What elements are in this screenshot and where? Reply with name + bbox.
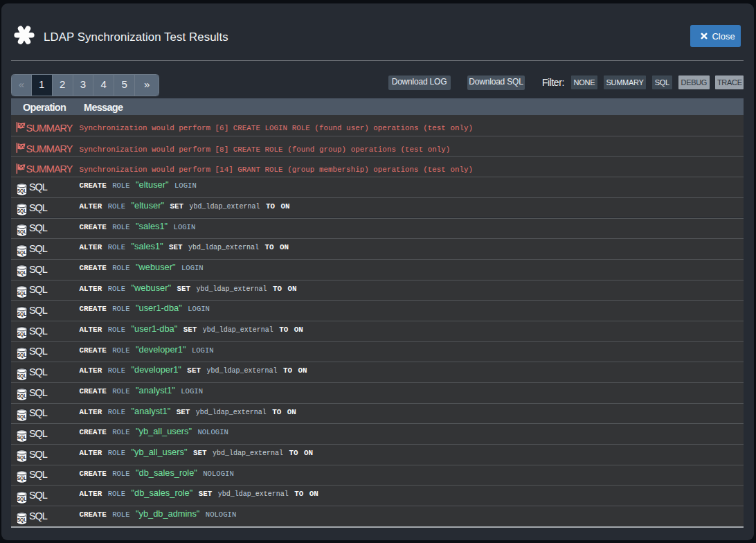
svg-text:SQL: SQL xyxy=(17,291,27,296)
svg-text:SQL: SQL xyxy=(17,497,27,502)
svg-text:SQL: SQL xyxy=(17,435,27,440)
svg-text:SQL: SQL xyxy=(17,517,27,522)
svg-text:SQL: SQL xyxy=(17,353,27,358)
svg-text:SQL: SQL xyxy=(17,270,27,276)
svg-text:SQL: SQL xyxy=(17,414,27,420)
svg-text:SQL: SQL xyxy=(17,188,27,193)
svg-text:SQL: SQL xyxy=(17,229,27,235)
svg-text:SQL: SQL xyxy=(17,208,27,214)
svg-text:SQL: SQL xyxy=(17,332,27,337)
svg-text:SQL: SQL xyxy=(17,373,27,379)
svg-text:SQL: SQL xyxy=(17,455,27,461)
svg-text:SQL: SQL xyxy=(17,393,27,399)
svg-text:SQL: SQL xyxy=(17,312,27,317)
svg-text:SQL: SQL xyxy=(17,249,27,255)
svg-text:SQL: SQL xyxy=(17,476,27,481)
